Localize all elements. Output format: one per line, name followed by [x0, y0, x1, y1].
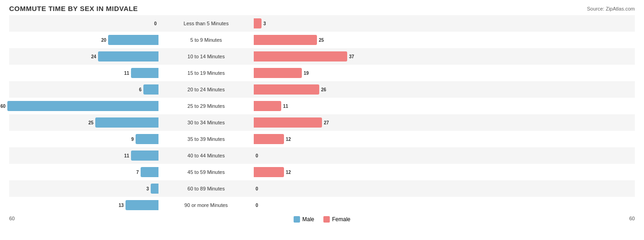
chart-row: 0Less than 5 Minutes3: [9, 15, 635, 32]
male-bar: [7, 101, 158, 111]
male-bar: [108, 35, 158, 45]
female-value: 37: [349, 54, 354, 59]
row-label: 30 to 34 Minutes: [160, 120, 252, 125]
row-label: 10 to 14 Minutes: [160, 54, 252, 59]
chart-row: 2410 to 14 Minutes37: [9, 48, 635, 65]
chart-row: 935 to 39 Minutes12: [9, 131, 635, 147]
axis-label-left: 60: [9, 216, 165, 221]
female-bar: [254, 117, 322, 128]
female-value: 11: [283, 104, 288, 109]
male-value: 0: [154, 21, 157, 26]
legend-female-label: Female: [332, 216, 350, 223]
female-value: 19: [304, 71, 309, 76]
male-bar: [131, 68, 158, 78]
male-value: 3: [146, 186, 149, 191]
male-value: 24: [91, 54, 96, 59]
row-label: Less than 5 Minutes: [160, 21, 252, 26]
male-value: 20: [101, 38, 106, 43]
chart-row: 1390 or more Minutes0: [9, 197, 635, 213]
legend: Male Female: [165, 214, 479, 223]
chart-row: 6025 to 29 Minutes11: [9, 98, 635, 114]
chart-row: 205 to 9 Minutes25: [9, 32, 635, 48]
male-value: 25: [88, 120, 93, 125]
male-bar: [126, 200, 158, 210]
female-bar: [254, 101, 281, 111]
female-bar: [254, 35, 317, 45]
female-bar: [254, 68, 302, 78]
male-value: 60: [0, 104, 5, 109]
male-bar: [98, 51, 158, 61]
male-bar: [95, 117, 158, 128]
bottom-row: 60 Male Female 60: [9, 214, 635, 223]
row-label: 60 to 89 Minutes: [160, 186, 252, 191]
female-value: 26: [321, 87, 326, 92]
legend-male-box: [294, 216, 300, 223]
male-bar: [143, 84, 158, 95]
axis-label-right: 60: [479, 216, 635, 221]
female-bar: [254, 84, 319, 95]
chart-row: 1115 to 19 Minutes19: [9, 65, 635, 81]
bars-area: 0Less than 5 Minutes3205 to 9 Minutes252…: [9, 15, 635, 213]
chart-row: 360 to 89 Minutes0: [9, 180, 635, 197]
female-value: 3: [263, 21, 266, 26]
chart-row: 745 to 59 Minutes12: [9, 164, 635, 180]
male-value: 9: [131, 137, 134, 142]
legend-male: Male: [294, 216, 314, 223]
row-label: 35 to 39 Minutes: [160, 136, 252, 142]
male-bar: [151, 184, 158, 194]
female-value: 12: [286, 170, 291, 175]
legend-female: Female: [323, 216, 350, 223]
legend-female-box: [323, 216, 330, 223]
row-label: 5 to 9 Minutes: [160, 37, 252, 43]
male-value: 11: [124, 153, 129, 158]
row-label: 25 to 29 Minutes: [160, 103, 252, 109]
legend-male-label: Male: [302, 216, 314, 223]
male-bar: [136, 134, 158, 144]
female-value: 0: [256, 203, 258, 208]
male-value: 6: [139, 87, 142, 92]
chart-container: COMMUTE TIME BY SEX IN MIDVALE Source: Z…: [0, 0, 644, 240]
female-bar: [254, 18, 262, 28]
chart-row: 620 to 24 Minutes26: [9, 81, 635, 98]
chart-row: 1140 to 44 Minutes0: [9, 147, 635, 164]
female-value: 0: [256, 153, 258, 158]
chart-row: 2530 to 34 Minutes27: [9, 114, 635, 131]
female-value: 25: [319, 38, 324, 43]
row-label: 90 or more Minutes: [160, 202, 252, 208]
male-value: 11: [124, 71, 129, 76]
male-bar: [141, 167, 158, 177]
title-row: COMMUTE TIME BY SEX IN MIDVALE Source: Z…: [9, 5, 635, 12]
row-label: 20 to 24 Minutes: [160, 87, 252, 92]
row-label: 40 to 44 Minutes: [160, 153, 252, 158]
female-bar: [254, 51, 347, 61]
row-label: 45 to 59 Minutes: [160, 169, 252, 175]
female-value: 27: [324, 120, 329, 125]
female-value: 0: [256, 186, 258, 191]
female-bar: [254, 134, 284, 144]
male-bar: [131, 151, 158, 161]
source-text: Source: ZipAtlas.com: [587, 6, 635, 11]
row-label: 15 to 19 Minutes: [160, 70, 252, 76]
male-value: 13: [119, 203, 124, 208]
chart-title: COMMUTE TIME BY SEX IN MIDVALE: [9, 5, 138, 12]
male-value: 7: [136, 170, 139, 175]
female-bar: [254, 167, 284, 177]
female-value: 12: [286, 137, 291, 142]
